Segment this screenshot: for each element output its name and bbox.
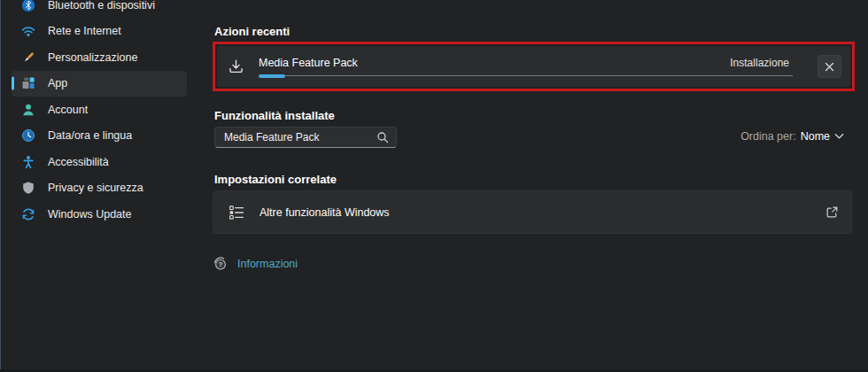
settings-sidebar: Bluetooth e dispositivi Rete e Internet … (0, 0, 204, 228)
sidebar-item-label: Account (48, 104, 88, 116)
svg-text:?: ? (219, 260, 223, 268)
bluetooth-icon (20, 0, 35, 12)
sidebar-item-accessibility[interactable]: Accessibilità (12, 149, 187, 175)
info-link[interactable]: Informazioni (237, 258, 298, 270)
recent-action-card: Media Feature Pack Installazione (217, 46, 850, 87)
person-icon (20, 102, 35, 117)
clock-globe-icon (20, 128, 35, 143)
sidebar-item-label: Rete e Internet (48, 25, 121, 37)
cancel-install-button[interactable] (818, 55, 841, 78)
chevron-down-icon (834, 133, 844, 140)
features-list-icon (229, 205, 244, 221)
more-windows-features-card[interactable]: Altre funzionalità Windows (213, 190, 852, 234)
sidebar-item-label: Personalizzazione (48, 51, 137, 64)
sidebar-item-label: Windows Update (48, 208, 132, 221)
close-icon (825, 62, 834, 72)
wifi-icon (20, 24, 35, 39)
sort-label: Ordina per: (740, 130, 796, 143)
accessibility-icon (20, 154, 35, 169)
sidebar-item-datetime[interactable]: Data/ora e lingua (12, 123, 187, 150)
sidebar-item-label: Data/ora e lingua (48, 129, 132, 142)
help-icon: ? (213, 256, 228, 271)
sidebar-item-bluetooth[interactable]: Bluetooth e dispositivi (12, 0, 187, 19)
sidebar-item-apps[interactable]: App (12, 71, 187, 97)
highlight-annotation: Media Feature Pack Installazione (213, 42, 855, 91)
sort-dropdown[interactable]: Ordina per: Nome (740, 130, 844, 143)
apps-icon (20, 76, 35, 91)
info-row: ? Informazioni (213, 256, 298, 271)
sidebar-item-label: Privacy e sicurezza (48, 182, 143, 194)
sidebar-item-label: Accessibilità (48, 156, 109, 168)
sidebar-item-label: App (48, 77, 67, 89)
sidebar-item-windows-update[interactable]: Windows Update (12, 201, 187, 228)
paintbrush-icon (20, 50, 35, 65)
sidebar-item-privacy[interactable]: Privacy e sicurezza (12, 175, 187, 202)
progress-fill (259, 74, 285, 78)
search-icon[interactable] (376, 131, 389, 143)
related-settings-title: Impostazioni correlate (214, 173, 337, 186)
related-item-label: Altre funzionalità Windows (260, 206, 810, 219)
sidebar-item-network[interactable]: Rete e Internet (12, 19, 187, 45)
progress-bar (259, 75, 793, 76)
sidebar-item-label: Bluetooth e dispositivi (48, 0, 155, 12)
recent-action-name: Media Feature Pack (259, 57, 730, 69)
shield-icon (20, 181, 35, 196)
recent-actions-title: Azioni recenti (214, 25, 290, 38)
recent-action-status: Installazione (730, 57, 789, 69)
external-link-icon (825, 205, 839, 219)
sidebar-item-account[interactable]: Account (12, 97, 187, 123)
feature-search-box[interactable] (214, 127, 397, 148)
feature-search-input[interactable] (224, 131, 376, 143)
download-icon (228, 58, 244, 75)
recent-action-details: Media Feature Pack Installazione (259, 57, 793, 76)
installed-features-title: Funzionalità installate (214, 109, 335, 122)
sidebar-item-personalization[interactable]: Personalizzazione (12, 44, 187, 71)
sort-value: Nome (801, 130, 830, 143)
selected-indicator (12, 77, 14, 90)
update-icon (20, 206, 35, 221)
